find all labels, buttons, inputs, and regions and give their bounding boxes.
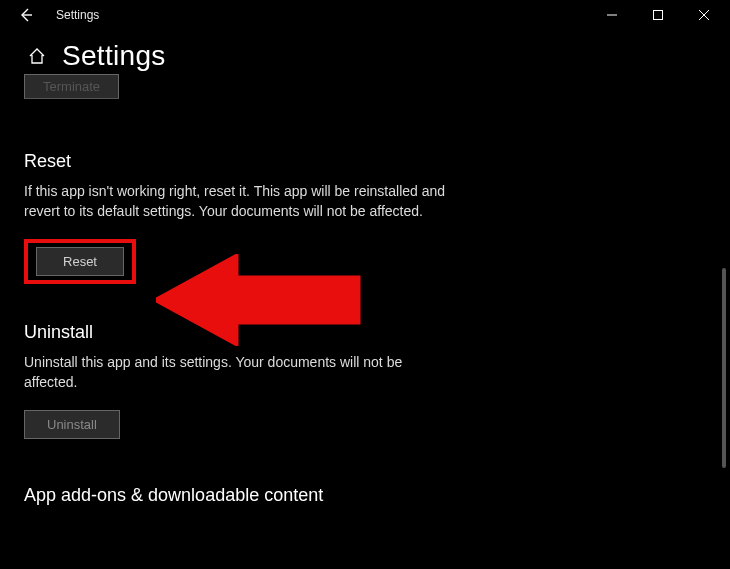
window-title: Settings — [56, 8, 99, 22]
titlebar: Settings — [0, 0, 730, 30]
annotation-arrow — [156, 254, 366, 346]
home-icon — [27, 46, 47, 66]
reset-button[interactable]: Reset — [36, 247, 124, 276]
addons-heading: App add-ons & downloadable content — [24, 485, 706, 506]
page-title: Settings — [62, 40, 166, 72]
minimize-button[interactable] — [590, 1, 634, 29]
terminate-button[interactable]: Terminate — [24, 74, 119, 99]
reset-description: If this app isn't working right, reset i… — [24, 182, 454, 221]
reset-highlight: Reset — [24, 239, 136, 284]
svg-rect-0 — [654, 11, 663, 20]
uninstall-button[interactable]: Uninstall — [24, 410, 120, 439]
arrow-left-icon — [18, 7, 34, 23]
minimize-icon — [607, 10, 617, 20]
arrow-left-large-icon — [156, 254, 366, 346]
page-header: Settings — [0, 30, 730, 76]
scrollbar-thumb[interactable] — [722, 268, 726, 468]
reset-heading: Reset — [24, 151, 706, 172]
close-button[interactable] — [682, 1, 726, 29]
terminate-row: Terminate — [24, 80, 706, 105]
back-button[interactable] — [14, 3, 38, 27]
close-icon — [699, 10, 709, 20]
addons-section: App add-ons & downloadable content — [24, 485, 706, 506]
maximize-button[interactable] — [636, 1, 680, 29]
maximize-icon — [653, 10, 663, 20]
uninstall-description: Uninstall this app and its settings. You… — [24, 353, 454, 392]
home-button[interactable] — [26, 45, 48, 67]
window-controls — [590, 1, 726, 29]
